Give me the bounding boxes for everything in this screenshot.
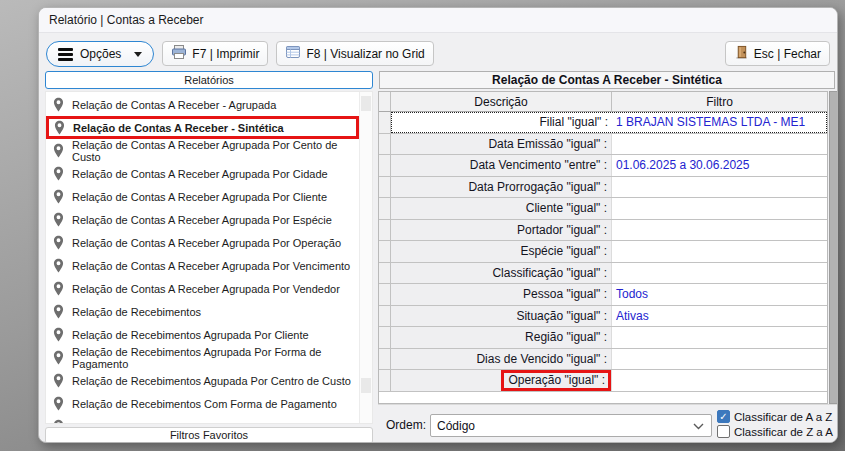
options-button[interactable]: Opções: [46, 41, 154, 67]
report-list-item-label: Relação de Recebimentos Por Vendedor: [72, 421, 271, 425]
filter-row[interactable]: Dias de Vencido "igual" :: [379, 349, 827, 371]
close-button[interactable]: Esc | Fechar: [725, 41, 830, 66]
print-button[interactable]: F7 | Imprimir: [162, 41, 268, 66]
map-pin-icon: [53, 212, 64, 227]
report-list-item-label: Relação de Contas A Receber Agrupada Por…: [72, 283, 340, 295]
filter-row[interactable]: Portador "igual" :: [379, 220, 827, 242]
report-list-item-label: Relação de Contas A Receber Agrupada Por…: [72, 191, 327, 203]
filter-row[interactable]: Data Emissão "igual" :: [379, 134, 827, 156]
highlight-box: Operação "igual" :: [501, 370, 611, 391]
filter-desc: Portador "igual" :: [517, 223, 607, 237]
column-header-descricao: Descrição: [391, 92, 612, 111]
report-list-item[interactable]: Relação de Contas A Receber Agrupada Por…: [46, 185, 359, 208]
map-pin-icon: [53, 258, 64, 273]
favorite-filters-button[interactable]: Filtros Favoritos: [45, 427, 373, 443]
map-pin-icon: [53, 350, 64, 365]
grid-gutter-header: [379, 92, 391, 111]
report-list-item[interactable]: Relação de Recebimentos: [46, 300, 359, 323]
report-list-item-label: Relação de Contas A Receber Agrupada Por…: [72, 214, 332, 226]
report-list-item[interactable]: Relação de Recebimentos Por Vendedor: [46, 415, 359, 424]
filter-row[interactable]: Operação "igual" :: [379, 370, 827, 392]
desktop-background: Relatório | Contas a Receber Opções F7 |…: [0, 0, 845, 451]
filter-value: Todos: [612, 284, 827, 305]
order-select[interactable]: Código: [430, 414, 712, 437]
report-list: Relação de Contas A Receber - AgrupadaRe…: [46, 93, 359, 423]
grid-scrollbar[interactable]: [829, 91, 838, 404]
filter-desc: Classificação "igual" :: [492, 266, 607, 280]
order-value: Código: [437, 419, 475, 433]
report-list-item[interactable]: Relação de Recebimentos Agupada Por Cent…: [46, 369, 359, 392]
filter-value: Ativas: [612, 306, 827, 327]
row-main: Portador "igual" :: [391, 220, 827, 241]
filter-value: [612, 220, 827, 241]
grid-view-button[interactable]: F8 | Visualizar no Grid: [276, 41, 433, 66]
filter-row[interactable]: Cliente "igual" :: [379, 198, 827, 220]
filter-value: 1 BRAJAN SISTEMAS LTDA - ME1: [612, 112, 827, 133]
filter-desc: Data Emissão "igual" :: [488, 137, 607, 151]
filter-row[interactable]: Data Vencimento "entre" :01.06.2025 a 30…: [379, 155, 827, 177]
filter-value: [612, 370, 827, 391]
report-list-item[interactable]: Relação de Contas A Receber Agrupada Por…: [46, 231, 359, 254]
reports-header-button[interactable]: Relatórios: [45, 71, 373, 89]
report-list-item[interactable]: Relação de Contas A Receber Agrupada Por…: [46, 162, 359, 185]
filter-row[interactable]: Classificação "igual" :: [379, 263, 827, 285]
filter-desc: Região "igual" :: [525, 330, 607, 344]
filter-desc-cell: Data Vencimento "entre" :: [391, 155, 612, 176]
report-list-item[interactable]: Relação de Contas A Receber Agrupada Por…: [46, 277, 359, 300]
report-list-container: Relação de Contas A Receber - AgrupadaRe…: [45, 91, 373, 424]
filter-row[interactable]: Data Prorrogação "igual" :: [379, 177, 827, 199]
chevron-down-icon: [693, 423, 704, 430]
filter-grid: Descrição Filtro Filial "igual" :1 BRAJA…: [378, 91, 828, 404]
map-pin-icon: [53, 396, 64, 411]
filter-row[interactable]: Espécie "igual" :: [379, 241, 827, 263]
map-pin-icon: [53, 419, 64, 424]
sort-za-checkbox[interactable]: Classificar de Z a A: [717, 425, 833, 438]
sort-az-label: Classificar de A a Z: [734, 411, 832, 423]
map-pin-icon: [53, 235, 64, 250]
filter-desc: Operação "igual" :: [508, 373, 605, 387]
filter-desc-cell: Data Emissão "igual" :: [391, 134, 612, 155]
options-label: Opções: [80, 47, 121, 61]
filter-row[interactable]: Região "igual" :: [379, 327, 827, 349]
report-list-item[interactable]: Relação de Recebimentos Com Forma de Pag…: [46, 392, 359, 415]
sort-checkboxes: Classificar de A a Z Classificar de Z a …: [717, 410, 833, 438]
filter-row[interactable]: Pessoa "igual" :Todos: [379, 284, 827, 306]
row-gutter: [379, 263, 391, 284]
map-pin-icon: [53, 166, 64, 181]
checkbox-icon: [717, 425, 730, 438]
sort-az-checkbox[interactable]: Classificar de A a Z: [717, 410, 833, 423]
report-list-item-label: Relação de Recebimentos Agrupada Por For…: [72, 346, 359, 370]
toolbar: Opções F7 | Imprimir: [39, 33, 837, 70]
map-pin-icon: [53, 327, 64, 342]
row-main: Situação "igual" :Ativas: [391, 306, 827, 327]
report-list-item-label: Relação de Contas A Receber Agrupada Por…: [72, 237, 341, 249]
report-list-item[interactable]: Relação de Contas A Receber Agrupada Por…: [46, 208, 359, 231]
report-list-item[interactable]: Relação de Recebimentos Agrupada Por Cli…: [46, 323, 359, 346]
report-list-item[interactable]: Relação de Recebimentos Agrupada Por For…: [46, 346, 359, 369]
close-label: Esc | Fechar: [754, 47, 821, 61]
filter-row[interactable]: Situação "igual" :Ativas: [379, 306, 827, 328]
filter-row[interactable]: Filial "igual" :1 BRAJAN SISTEMAS LTDA -…: [379, 112, 827, 134]
list-scrollbar[interactable]: [359, 92, 372, 423]
filter-value: [612, 198, 827, 219]
report-list-item-label: Relação de Recebimentos Com Forma de Pag…: [72, 398, 337, 410]
scrollbar-thumb[interactable]: [361, 378, 371, 393]
filter-value: [612, 327, 827, 348]
row-gutter: [379, 177, 391, 198]
row-main: Dias de Vencido "igual" :: [391, 349, 827, 370]
row-main: Data Emissão "igual" :: [391, 134, 827, 155]
row-gutter: [379, 134, 391, 155]
report-list-item[interactable]: Relação de Contas A Receber Agrupada Por…: [46, 254, 359, 277]
report-list-item[interactable]: Relação de Contas A Receber Agrupada Por…: [46, 139, 359, 162]
filter-value: [612, 263, 827, 284]
door-icon: [734, 45, 749, 63]
report-list-item-label: Relação de Contas A Receber Agrupada Por…: [72, 260, 350, 272]
report-list-item-label: Relação de Contas A Receber Agrupada Por…: [72, 168, 328, 180]
scrollbar-thumb[interactable]: [361, 96, 371, 111]
grid-icon: [285, 44, 301, 63]
report-list-item[interactable]: Relação de Contas A Receber - Sintética: [46, 116, 359, 139]
filter-value: [612, 134, 827, 155]
row-gutter: [379, 370, 391, 391]
filter-desc: Cliente "igual" :: [526, 201, 607, 215]
report-list-item[interactable]: Relação de Contas A Receber - Agrupada: [46, 93, 359, 116]
